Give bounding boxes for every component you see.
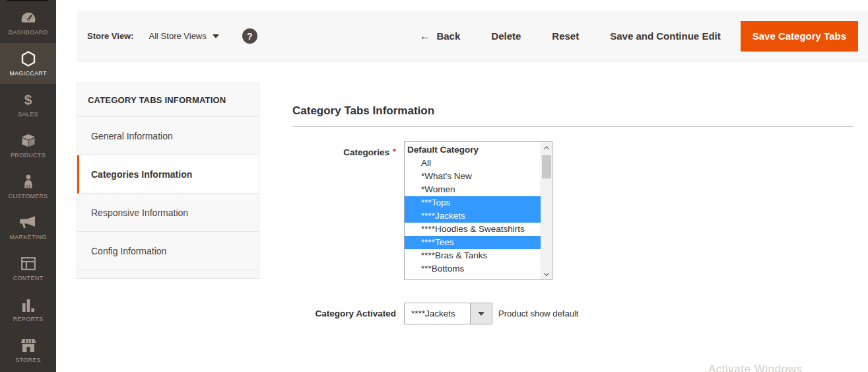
- sidebar-item-label: PRODUCTS: [11, 152, 46, 159]
- page-toolbar: Store View: All Store Views ? ← Back Del…: [77, 11, 868, 61]
- store-view-switcher: Store View: All Store Views ?: [87, 28, 257, 44]
- store-view-label: Store View:: [87, 31, 134, 41]
- category-activated-label: Category Activated: [292, 303, 396, 324]
- help-icon[interactable]: ?: [242, 28, 257, 44]
- sidebar-item-customers[interactable]: CUSTOMERS: [0, 166, 56, 207]
- chevron-down-icon[interactable]: [213, 34, 219, 38]
- category-activated-input: ****Jackets Product show default: [404, 303, 578, 324]
- scrollbar-thumb[interactable]: [542, 155, 551, 178]
- sidebar-item-label: MARKETING: [9, 234, 46, 241]
- listbox-scrollbar[interactable]: [541, 142, 552, 279]
- category-option[interactable]: ***Tops: [405, 196, 541, 209]
- scroll-up-icon[interactable]: [541, 142, 552, 153]
- dashboard-gauge-icon: [20, 10, 37, 26]
- category-option[interactable]: *What's New: [405, 170, 541, 183]
- selected-value: ****Jackets: [405, 303, 470, 324]
- categories-field-input: Default Category All *What's New *Women …: [404, 141, 552, 280]
- toolbar-actions: ← Back Delete Reset Save and Continue Ed…: [419, 30, 720, 42]
- sidebar-item-label: CONTENT: [13, 275, 44, 281]
- sidebar-item-label: DASHBOARD: [9, 29, 48, 36]
- admin-sidebar: DASHBOARD MAGICCART $ SALES PRODUCTS CUS…: [0, 0, 56, 372]
- reset-button[interactable]: Reset: [552, 30, 579, 42]
- customers-person-icon: [20, 174, 37, 190]
- sidebar-item-stores[interactable]: STORES: [0, 330, 56, 371]
- sidebar-item-marketing[interactable]: MARKETING: [0, 207, 56, 248]
- required-marker: *: [393, 147, 396, 157]
- save-and-continue-button[interactable]: Save and Continue Edit: [610, 30, 721, 42]
- content-layout-icon: [20, 256, 37, 272]
- sidebar-item-dashboard[interactable]: DASHBOARD: [0, 2, 56, 43]
- category-option[interactable]: ***Bottoms: [405, 262, 541, 276]
- category-option[interactable]: All: [405, 157, 541, 170]
- title-divider: [292, 126, 853, 127]
- sidebar-item-label: REPORTS: [13, 316, 43, 322]
- categories-label-text: Categories: [343, 147, 389, 157]
- category-option[interactable]: *Women: [405, 183, 541, 196]
- scroll-down-icon[interactable]: [541, 268, 552, 279]
- category-tabs-form: Category Tabs Information Categories* De…: [292, 104, 853, 324]
- section-nav-header: CATEGORY TABS INFORMATION: [77, 83, 259, 117]
- category-activated-select[interactable]: ****Jackets: [404, 303, 492, 324]
- products-box-icon: [20, 133, 37, 149]
- chevron-down-icon: [478, 312, 484, 316]
- section-nav-item-general[interactable]: General Information: [77, 117, 259, 155]
- back-button-label: Back: [436, 30, 460, 42]
- category-option[interactable]: ****Tees: [405, 236, 541, 249]
- page-title: Category Tabs Information: [292, 104, 853, 118]
- sidebar-menu: DASHBOARD MAGICCART $ SALES PRODUCTS CUS…: [0, 0, 56, 371]
- category-option[interactable]: ****Bras & Tanks: [405, 249, 541, 262]
- back-arrow-icon: ←: [419, 31, 430, 41]
- sidebar-item-label: CUSTOMERS: [8, 193, 48, 200]
- stores-storefront-icon: [20, 338, 37, 353]
- sidebar-item-sales[interactable]: $ SALES: [0, 84, 56, 125]
- categories-option-list: Default Category All *What's New *Women …: [405, 142, 541, 279]
- section-nav-item-config[interactable]: Config Information: [77, 232, 259, 270]
- sidebar-item-products[interactable]: PRODUCTS: [0, 125, 56, 166]
- logo-bottom-edge: [7, 0, 48, 1]
- sidebar-item-label: SALES: [18, 111, 38, 118]
- category-option[interactable]: ****Jackets: [405, 209, 541, 223]
- section-nav-item-responsive[interactable]: Responsive Information: [77, 194, 259, 232]
- sidebar-item-content[interactable]: CONTENT: [0, 248, 56, 289]
- store-view-value[interactable]: All Store Views: [149, 31, 207, 41]
- sidebar-item-label: MAGICCART: [9, 70, 47, 77]
- sales-dollar-icon: $: [20, 92, 37, 108]
- reports-bars-icon: [20, 297, 37, 313]
- category-activated-field-row: Category Activated ****Jackets Product s…: [292, 303, 853, 324]
- categories-multiselect[interactable]: Default Category All *What's New *Women …: [404, 141, 552, 280]
- select-arrow-box[interactable]: [470, 303, 492, 324]
- activate-windows-watermark: Activate Windows: [708, 363, 802, 372]
- sidebar-item-label: STORES: [15, 357, 41, 363]
- sidebar-item-magiccart[interactable]: MAGICCART: [0, 43, 56, 84]
- sidebar-item-reports[interactable]: REPORTS: [0, 289, 56, 330]
- categories-field-row: Categories* Default Category All *What's…: [292, 141, 853, 280]
- marketing-megaphone-icon: [20, 215, 37, 231]
- category-option[interactable]: Default Category: [405, 143, 541, 157]
- categories-field-label: Categories*: [292, 141, 396, 280]
- back-button[interactable]: ← Back: [419, 30, 460, 42]
- section-nav-item-categories[interactable]: Categories Information: [77, 155, 259, 194]
- field-note: Product show default: [498, 309, 578, 318]
- magiccart-hexagon-icon: [20, 51, 37, 67]
- save-category-tabs-button[interactable]: Save Category Tabs: [741, 21, 858, 52]
- category-option[interactable]: ****Hoodies & Sweatshirts: [405, 223, 541, 236]
- section-nav-panel: CATEGORY TABS INFORMATION General Inform…: [77, 83, 259, 279]
- delete-button[interactable]: Delete: [491, 30, 521, 42]
